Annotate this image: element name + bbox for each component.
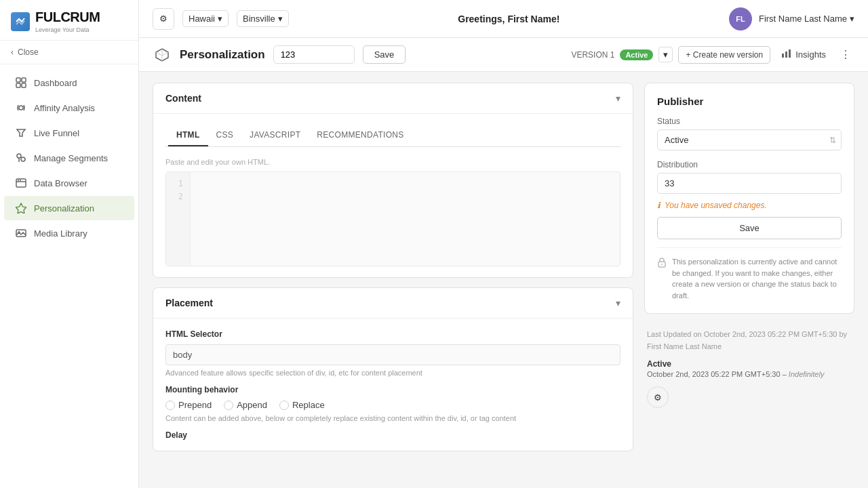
active-date: October 2nd, 2023 05:22 PM GMT+5:30 – In… xyxy=(647,370,852,378)
page-name-input[interactable] xyxy=(273,45,355,64)
close-button[interactable]: ‹ Close xyxy=(0,41,138,64)
location2-dropdown[interactable]: Binsville ▾ xyxy=(237,10,289,27)
location2-label: Binsville xyxy=(243,14,275,24)
left-column: Content ▾ HTML CSS JAVASCRIPT RECOMMENDA… xyxy=(153,83,633,477)
chevron-down-icon: ▾ xyxy=(278,14,283,24)
radio-circle xyxy=(224,401,233,410)
sidebar-item-label: Manage Segments xyxy=(34,153,108,163)
user-avatar: FL xyxy=(729,7,752,30)
header-save-button[interactable]: Save xyxy=(363,45,406,64)
radio-prepend-label: Prepend xyxy=(178,400,212,410)
user-name-text: First Name Last Name xyxy=(759,14,847,24)
svg-rect-14 xyxy=(782,54,784,58)
settings-button[interactable]: ⚙ xyxy=(153,8,174,30)
content-tabs: HTML CSS JAVASCRIPT RECOMMENDATIONS xyxy=(165,125,620,147)
topbar-left: ⚙ Hawaii ▾ Binsville ▾ xyxy=(153,8,289,30)
sidebar-item-funnel[interactable]: Live Funnel xyxy=(4,121,134,145)
mounting-label: Mounting behavior xyxy=(165,385,620,394)
distribution-label: Distribution xyxy=(657,160,842,169)
status-select[interactable]: Active Draft Paused xyxy=(657,129,842,150)
active-date-text: October 2nd, 2023 05:22 PM GMT+5:30 xyxy=(647,370,781,378)
right-column: Publisher Status Active Draft Paused Dis… xyxy=(644,83,854,477)
svg-point-6 xyxy=(21,157,25,161)
content-collapse-icon[interactable]: ▾ xyxy=(616,93,620,104)
version-dropdown[interactable]: ▾ xyxy=(658,47,673,62)
user-name-dropdown[interactable]: First Name Last Name ▾ xyxy=(759,14,854,24)
page-header: Personalization Save VERSION 1 Active ▾ … xyxy=(139,38,868,72)
radio-replace[interactable]: Replace xyxy=(279,400,325,410)
sidebar-item-segments[interactable]: Manage Segments xyxy=(4,146,134,170)
distribution-section: Distribution xyxy=(657,160,842,194)
chevron-left-icon: ‹ xyxy=(11,47,14,57)
svg-rect-3 xyxy=(22,83,26,87)
sidebar-item-label: Data Browser xyxy=(34,178,87,188)
personalization-icon xyxy=(15,202,27,214)
html-selector-label: HTML Selector xyxy=(165,329,620,339)
distribution-input[interactable] xyxy=(657,173,842,194)
sidebar: FULCRUM Leverage Your Data ‹ Close Dashb… xyxy=(0,0,139,488)
page-cube-icon xyxy=(153,45,172,64)
chevron-down-icon: ▾ xyxy=(850,14,854,24)
last-updated-text: Last Updated on October 2nd, 2023 05:22 … xyxy=(647,329,852,352)
placement-card-header: Placement ▾ xyxy=(153,288,633,319)
app-tagline: Leverage Your Data xyxy=(35,26,100,33)
funnel-icon xyxy=(15,127,27,139)
placement-card-body: HTML Selector body Advanced feature allo… xyxy=(153,319,633,451)
more-options-button[interactable]: ⋮ xyxy=(837,46,854,64)
status-select-wrapper: Active Draft Paused xyxy=(657,129,842,150)
lock-notice-text: This personalization is currently active… xyxy=(672,256,842,301)
sidebar-item-personalization[interactable]: Personalization xyxy=(4,196,134,220)
svg-point-5 xyxy=(17,154,21,158)
location1-dropdown[interactable]: Hawaii ▾ xyxy=(182,10,229,27)
delay-label: Delay xyxy=(165,430,620,440)
sidebar-item-dashboard[interactable]: Dashboard xyxy=(4,70,134,95)
main-area: ⚙ Hawaii ▾ Binsville ▾ Greetings, First … xyxy=(139,0,868,488)
settings-gear-button[interactable]: ⚙ xyxy=(647,386,669,408)
selector-hint: Advanced feature allows specific selecti… xyxy=(165,369,620,377)
line-numbers: 1 2 xyxy=(166,172,191,266)
dashboard-icon xyxy=(15,77,27,89)
tab-html[interactable]: HTML xyxy=(168,125,208,146)
segments-icon xyxy=(15,152,27,164)
logo-area: FULCRUM Leverage Your Data xyxy=(0,0,138,41)
line-number: 1 xyxy=(173,178,183,190)
sidebar-item-label: Live Funnel xyxy=(34,128,79,138)
insights-button[interactable]: Insights xyxy=(776,45,831,64)
page-title: Personalization xyxy=(180,48,265,62)
greeting-text: Greetings, First Name! xyxy=(300,14,718,24)
sidebar-item-label: Personalization xyxy=(34,203,94,214)
sidebar-item-browser[interactable]: Data Browser xyxy=(4,171,134,195)
content-area: Content ▾ HTML CSS JAVASCRIPT RECOMMENDA… xyxy=(139,72,868,488)
tab-css[interactable]: CSS xyxy=(208,125,242,146)
info-icon: ℹ xyxy=(657,201,660,210)
radio-circle xyxy=(165,401,175,410)
tab-recommendations[interactable]: RECOMMENDATIONS xyxy=(309,125,412,146)
radio-prepend[interactable]: Prepend xyxy=(165,400,212,410)
content-card-body: HTML CSS JAVASCRIPT RECOMMENDATIONS Past… xyxy=(153,114,633,277)
chevron-down-icon: ▾ xyxy=(218,14,222,24)
code-content[interactable] xyxy=(191,172,620,266)
browser-icon xyxy=(15,177,27,189)
placement-card: Placement ▾ HTML Selector body Advanced … xyxy=(153,287,633,451)
svg-rect-15 xyxy=(785,52,787,58)
sidebar-item-media[interactable]: Media Library xyxy=(4,221,134,245)
logo-icon xyxy=(11,12,30,31)
gear-small-icon: ⚙ xyxy=(654,392,662,403)
publisher-title: Publisher xyxy=(657,96,842,107)
active-status-label: Active xyxy=(647,359,852,369)
new-version-button[interactable]: + Create new version xyxy=(678,46,770,64)
tab-javascript[interactable]: JAVASCRIPT xyxy=(241,125,309,146)
placement-collapse-icon[interactable]: ▾ xyxy=(616,298,620,308)
close-label: Close xyxy=(18,47,39,57)
radio-append[interactable]: Append xyxy=(224,400,267,410)
sidebar-item-label: Dashboard xyxy=(34,78,77,88)
indefinitely-text: Indefinitely xyxy=(789,370,825,378)
unsaved-text: You have unsaved changes. xyxy=(665,201,767,210)
publisher-save-button[interactable]: Save xyxy=(657,217,842,239)
sidebar-item-label: Media Library xyxy=(34,228,87,239)
svg-point-4 xyxy=(19,106,23,110)
active-status-badge: Active xyxy=(620,49,653,60)
code-editor[interactable]: 1 2 xyxy=(165,171,620,266)
dash-separator: – xyxy=(783,370,789,378)
sidebar-item-affinity[interactable]: Affinity Analysis xyxy=(4,96,134,120)
